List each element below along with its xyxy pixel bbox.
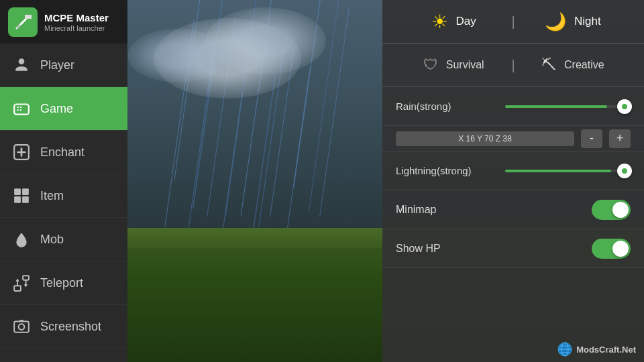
day-label: Day [456, 15, 476, 28]
svg-marker-3 [25, 15, 32, 19]
lightning-label: Lightning(strong) [396, 165, 500, 176]
svg-point-5 [19, 58, 25, 64]
game-icon [12, 99, 31, 118]
screenshot-icon [12, 317, 31, 336]
main-area: ☀ Day | 🌙 Night 🛡 Survival | ⛏ Creative … [127, 0, 644, 362]
rain-slider-row: Rain(strong) [382, 87, 644, 126]
night-option[interactable]: 🌙 Night [515, 11, 631, 32]
show-hp-toggle-row: Show HP [382, 229, 644, 268]
lightning-slider-track[interactable] [505, 170, 625, 172]
lightning-slider-row: Lightning(strong) [382, 152, 644, 190]
plus-icon [12, 143, 31, 162]
teleport-icon [12, 274, 31, 292]
sidebar: MCPE Master Minecraft launcher Player Ga… [0, 0, 127, 362]
mode-row: 🛡 Survival | ⛏ Creative [382, 44, 644, 87]
app-subtitle: Minecraft launcher [44, 24, 109, 32]
rain-slider-track[interactable] [505, 105, 625, 108]
show-hp-toggle[interactable] [592, 239, 631, 259]
app-title: MCPE Master [44, 12, 109, 24]
show-hp-toggle-knob [612, 241, 629, 257]
svg-rect-8 [20, 107, 21, 108]
day-option[interactable]: ☀ Day [396, 11, 511, 33]
sidebar-item-mob[interactable]: Mob [0, 218, 127, 261]
drop-icon [12, 230, 31, 249]
minimap-toggle-row: Minimap [382, 190, 644, 229]
day-night-row: ☀ Day | 🌙 Night [382, 0, 644, 44]
lightning-slider-thumb[interactable] [617, 164, 632, 178]
night-label: Night [574, 15, 601, 28]
rain-slider-thumb[interactable] [617, 99, 632, 114]
mob-nav-label: Mob [40, 233, 64, 247]
sidebar-item-player[interactable]: Player [0, 44, 127, 87]
svg-rect-24 [19, 320, 24, 322]
shield-icon: 🛡 [423, 56, 438, 74]
svg-rect-16 [14, 196, 21, 203]
screenshot-nav-label: Screenshot [40, 320, 101, 334]
moon-icon: 🌙 [545, 11, 566, 32]
creative-option[interactable]: ⛏ Creative [515, 56, 631, 74]
minimap-toggle[interactable] [592, 200, 631, 220]
game-nav-label: Game [40, 102, 73, 116]
creative-label: Creative [564, 59, 604, 71]
globe-icon [557, 342, 572, 357]
coord-box: X 16 Y 70 Z 38 [396, 131, 574, 146]
teleport-nav-label: Teleport [40, 276, 83, 290]
app-logo-icon [8, 7, 38, 37]
coord-display-row: X 16 Y 70 Z 38 - + [382, 126, 644, 152]
enchant-nav-label: Enchant [40, 145, 85, 160]
logo-text: MCPE Master Minecraft launcher [44, 12, 109, 32]
svg-rect-20 [23, 276, 29, 280]
show-hp-label: Show HP [396, 243, 592, 255]
svg-rect-17 [22, 196, 29, 203]
sun-icon: ☀ [431, 11, 448, 33]
coord-plus-button[interactable]: + [609, 129, 631, 148]
minimap-label: Minimap [396, 204, 592, 216]
svg-rect-22 [14, 321, 29, 332]
survival-option[interactable]: 🛡 Survival [396, 56, 511, 74]
logo-area: MCPE Master Minecraft launcher [0, 0, 127, 44]
sidebar-item-screenshot[interactable]: Screenshot [0, 305, 127, 349]
lightning-slider-fill [505, 170, 611, 172]
svg-rect-18 [14, 286, 21, 291]
settings-panel: ☀ Day | 🌙 Night 🛡 Survival | ⛏ Creative … [382, 0, 644, 362]
rain-slider-fill [505, 105, 607, 108]
svg-rect-7 [17, 107, 19, 108]
sidebar-item-item[interactable]: Item [0, 174, 127, 218]
rain-label: Rain(strong) [396, 101, 500, 112]
branding-area: ModsCraft.Net [557, 342, 636, 357]
grid-icon [12, 186, 31, 205]
svg-rect-10 [20, 109, 21, 111]
item-nav-label: Item [40, 189, 64, 203]
svg-rect-6 [14, 105, 29, 115]
sidebar-item-teleport[interactable]: Teleport [0, 261, 127, 305]
branding-text: ModsCraft.Net [576, 345, 636, 355]
person-icon [12, 56, 31, 74]
sidebar-item-enchant[interactable]: Enchant [0, 131, 127, 174]
pickaxe-icon: ⛏ [541, 56, 556, 74]
svg-rect-14 [14, 188, 21, 195]
svg-rect-9 [17, 109, 19, 111]
svg-rect-15 [22, 188, 29, 195]
minimap-toggle-knob [612, 202, 629, 218]
pickaxe-logo-svg [13, 12, 33, 32]
player-nav-label: Player [40, 58, 74, 72]
survival-label: Survival [446, 59, 484, 71]
coord-minus-button[interactable]: - [581, 129, 602, 148]
svg-point-23 [19, 324, 25, 330]
sidebar-item-game[interactable]: Game [0, 87, 127, 131]
